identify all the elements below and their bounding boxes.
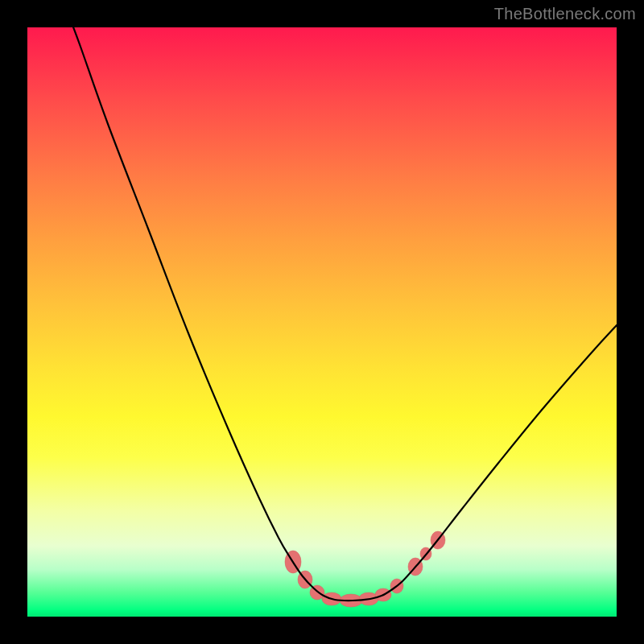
chart-plot-area [27, 27, 617, 617]
chart-frame: TheBottleneck.com [0, 0, 644, 644]
curve-marker [322, 592, 341, 605]
chart-svg [27, 27, 617, 617]
markers-group [285, 531, 445, 607]
curve-marker [310, 585, 324, 600]
curve-marker [431, 531, 445, 549]
curve-marker [298, 571, 312, 588]
watermark-label: TheBottleneck.com [494, 5, 636, 23]
curve-marker [375, 588, 391, 601]
curve-marker [285, 551, 301, 573]
bottleneck-curve [71, 27, 617, 601]
curve-marker [359, 592, 378, 605]
curve-marker [420, 547, 431, 560]
curve-marker [390, 579, 403, 593]
curve-marker [408, 558, 423, 576]
curve-marker [340, 594, 362, 607]
